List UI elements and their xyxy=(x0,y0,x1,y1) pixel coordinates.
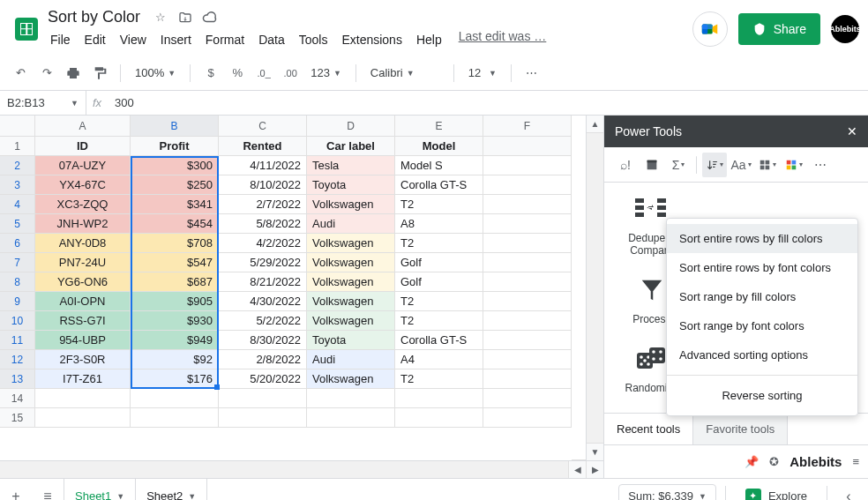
cell-id[interactable]: RSS-G7I xyxy=(35,311,131,331)
cell-empty[interactable] xyxy=(395,389,483,408)
print-icon[interactable] xyxy=(62,62,85,85)
cell-car[interactable]: Toyota xyxy=(307,175,395,195)
cell-empty[interactable] xyxy=(483,214,572,234)
cell-model[interactable]: T2 xyxy=(395,311,483,331)
grid-tool-icon[interactable]: ▾ xyxy=(755,153,780,177)
cell-empty[interactable] xyxy=(131,389,219,408)
explore-button[interactable]: Explore xyxy=(735,484,818,501)
row-header[interactable]: 2 xyxy=(0,156,35,175)
cell-profit[interactable]: $454 xyxy=(131,214,219,234)
font-select[interactable]: Calibri▼ xyxy=(365,62,445,85)
cell-empty[interactable] xyxy=(483,389,572,408)
cell-rented[interactable]: 8/21/2022 xyxy=(219,272,307,292)
cell-empty[interactable] xyxy=(307,389,395,408)
star-icon[interactable]: ☆ xyxy=(153,10,168,26)
cell-profit[interactable]: $92 xyxy=(131,350,219,369)
cell-empty[interactable] xyxy=(483,272,572,292)
pin-icon[interactable]: 📌 xyxy=(745,455,759,468)
row-header[interactable]: 15 xyxy=(0,408,35,428)
name-box[interactable]: B2:B13▼ xyxy=(0,91,86,115)
sheet-tab-1[interactable]: Sheet1▼ xyxy=(64,479,136,500)
vertical-scrollbar[interactable]: ▲▼ xyxy=(586,116,603,460)
currency-icon[interactable]: $ xyxy=(199,62,222,85)
cell-profit[interactable]: $687 xyxy=(131,272,219,292)
horizontal-scrollbar[interactable]: ◀▶ xyxy=(0,460,603,478)
cell-model[interactable]: T2 xyxy=(395,292,483,311)
number-format-select[interactable]: 123▼ xyxy=(305,62,347,85)
row-header[interactable]: 14 xyxy=(0,389,35,408)
cell-car[interactable]: Toyota xyxy=(307,331,395,350)
cloud-icon[interactable] xyxy=(202,10,218,26)
cell-empty[interactable] xyxy=(35,408,131,428)
share-button[interactable]: Share xyxy=(738,13,820,45)
col-header[interactable]: A xyxy=(35,116,131,137)
cell-empty[interactable] xyxy=(483,350,572,369)
add-sheet-button[interactable]: + xyxy=(0,479,32,500)
cell-empty[interactable] xyxy=(483,253,572,272)
quicksum-button[interactable]: Sum: $6,339▼ xyxy=(618,484,716,501)
cell-id[interactable]: PN7-24U xyxy=(35,253,131,272)
cell-rented[interactable]: 5/2/2022 xyxy=(219,311,307,331)
cell-profit[interactable]: $547 xyxy=(131,253,219,272)
cell-model[interactable]: T2 xyxy=(395,195,483,214)
cell-rented[interactable]: 2/7/2022 xyxy=(219,195,307,214)
decrease-decimal-icon[interactable]: .0_ xyxy=(252,62,275,85)
cell-empty[interactable] xyxy=(219,408,307,428)
panel-more-icon[interactable]: ⋯ xyxy=(808,153,833,177)
cell-id[interactable]: 2F3-S0R xyxy=(35,350,131,369)
zoom-select[interactable]: 100%▼ xyxy=(130,62,181,85)
menu-view[interactable]: View xyxy=(114,29,153,50)
cell-model[interactable]: Corolla GT-S xyxy=(395,331,483,350)
side-panel-toggle-icon[interactable]: ‹ xyxy=(836,479,861,500)
row-header[interactable]: 1 xyxy=(0,137,35,156)
cell-id[interactable]: A0I-OPN xyxy=(35,292,131,311)
cell-id[interactable]: YX4-67C xyxy=(35,175,131,195)
dd-advanced-sort[interactable]: Advanced sorting options xyxy=(667,340,857,369)
sheets-logo[interactable] xyxy=(9,11,44,47)
redo-icon[interactable]: ↷ xyxy=(35,62,58,85)
row-header[interactable]: 12 xyxy=(0,350,35,369)
spreadsheet-grid[interactable]: ABCDEF1IDProfitRentedCar labelModel207A-… xyxy=(0,116,572,460)
cell-empty[interactable] xyxy=(483,156,572,175)
menu-tools[interactable]: Tools xyxy=(293,29,334,50)
last-edit-link[interactable]: Last edit was … xyxy=(459,29,547,50)
cell-car[interactable]: Audi xyxy=(307,214,395,234)
row-header[interactable]: 9 xyxy=(0,292,35,311)
cell-car[interactable]: Volkswagen xyxy=(307,311,395,331)
cell-model[interactable]: Model S xyxy=(395,156,483,175)
col-header[interactable]: D xyxy=(307,116,395,137)
cell-id[interactable]: I7T-Z61 xyxy=(35,369,131,389)
cell-profit[interactable]: $930 xyxy=(131,311,219,331)
cell-id[interactable]: 954-UBP xyxy=(35,331,131,350)
cell-empty[interactable] xyxy=(483,175,572,195)
col-header[interactable]: C xyxy=(219,116,307,137)
cell-id[interactable]: JNH-WP2 xyxy=(35,214,131,234)
cell-empty[interactable] xyxy=(483,234,572,253)
cell-rented[interactable]: 8/10/2022 xyxy=(219,175,307,195)
header-cell[interactable]: ID xyxy=(35,137,131,156)
cell-car[interactable]: Tesla xyxy=(307,156,395,175)
cell-rented[interactable]: 4/2/2022 xyxy=(219,234,307,253)
text-tool-icon[interactable]: Aa▾ xyxy=(729,153,753,177)
cell-profit[interactable]: $300 xyxy=(131,156,219,175)
cell-id[interactable]: ANY-0D8 xyxy=(35,234,131,253)
cell-profit[interactable]: $250 xyxy=(131,175,219,195)
cell-car[interactable]: Volkswagen xyxy=(307,234,395,253)
cell-car[interactable]: Audi xyxy=(307,350,395,369)
cell-profit[interactable]: $176 xyxy=(131,369,219,389)
cell-rented[interactable]: 8/30/2022 xyxy=(219,331,307,350)
color-grid-tool-icon[interactable]: ▾ xyxy=(782,153,806,177)
header-cell[interactable] xyxy=(483,137,572,156)
row-header[interactable]: 7 xyxy=(0,253,35,272)
sort-tool-icon[interactable]: ▾ xyxy=(702,153,727,177)
sheet-tab-2[interactable]: Sheet2▼ xyxy=(136,479,207,500)
dd-sort-range-fill[interactable]: Sort range by fill colors xyxy=(667,282,857,311)
menu-format[interactable]: Format xyxy=(199,29,251,50)
close-icon[interactable]: ✕ xyxy=(847,124,857,138)
row-header[interactable]: 3 xyxy=(0,175,35,195)
cell-model[interactable]: T2 xyxy=(395,234,483,253)
menu-data[interactable]: Data xyxy=(252,29,291,50)
cell-id[interactable]: YG6-ON6 xyxy=(35,272,131,292)
undo-icon[interactable]: ↶ xyxy=(9,62,32,85)
more-toolbar-icon[interactable]: ⋯ xyxy=(520,62,543,85)
